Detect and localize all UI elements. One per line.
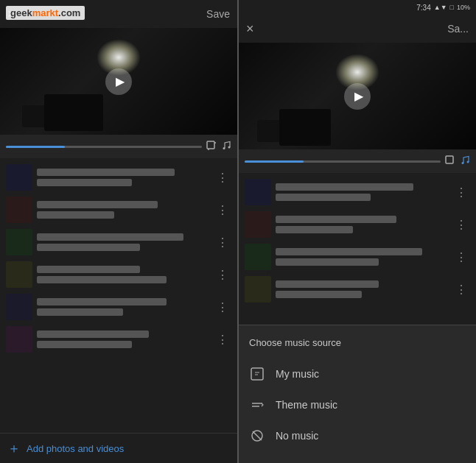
left-clip-thumb-6 [6,326,32,353]
left-clip-bar-bottom-1 [37,179,132,186]
left-clip-bar-top-2 [37,201,158,208]
left-clip-menu-1[interactable]: ⋮ [214,168,231,188]
right-save-button[interactable]: Sa... [447,23,469,35]
right-timeline-progress [245,160,304,163]
right-clip-bar-top-3 [276,248,422,255]
left-clip-bar-top-1 [37,169,175,176]
watermark: geekmarkt.com [6,6,85,20]
left-video-shape2 [44,94,103,131]
left-clip-row-6: ⋮ [0,323,237,356]
left-clip-thumb-5 [6,294,32,320]
right-clip-bars-1 [276,183,448,201]
left-clip-row-1: ⋮ [0,161,237,194]
left-crop-icon[interactable] [206,141,217,153]
theme-music-option[interactable]: Theme music [249,389,466,420]
right-top-bar: × Sa... [239,15,476,43]
right-clip-bar-top-1 [276,183,413,191]
status-time: 7:34 [416,4,430,12]
svg-rect-3 [446,156,453,163]
left-clip-bars-5 [37,298,209,316]
left-add-icon: ＋ [7,439,21,457]
no-music-label: No music [276,430,318,442]
left-clip-row-5: ⋮ [0,291,237,323]
left-clip-bar-top-4 [37,266,140,273]
left-clip-bar-top-6 [37,331,149,338]
right-clip-thumb-1 [245,179,271,205]
left-panel: × Save ▶ ⋮ [0,0,237,463]
right-clip-bar-bottom-2 [276,226,353,233]
status-signal: ▲▼ [434,4,447,11]
right-clip-menu-2[interactable]: ⋮ [452,215,470,235]
right-clip-bars-2 [276,216,448,233]
left-play-button[interactable]: ▶ [105,68,132,95]
right-clip-row-2: ⋮ [239,208,476,241]
right-clips-list: ⋮ ⋮ ⋮ ⋮ [239,173,476,305]
left-clip-menu-5[interactable]: ⋮ [214,297,231,317]
left-save-button[interactable]: Save [206,8,230,20]
watermark-markt: markt [32,7,58,18]
right-clip-menu-4[interactable]: ⋮ [452,280,470,300]
left-clip-bars-4 [37,266,209,283]
left-clip-thumb-3 [6,229,32,255]
left-clip-bar-bottom-2 [37,211,114,219]
left-clip-row-3: ⋮ [0,226,237,258]
right-play-button[interactable]: ▶ [344,83,371,110]
left-timeline-scrubber[interactable] [6,146,202,148]
right-clip-menu-3[interactable]: ⋮ [452,247,470,267]
left-clips-list: ⋮ ⋮ ⋮ ⋮ [0,158,237,433]
left-clip-bars-3 [37,233,209,251]
left-clip-thumb-2 [6,197,32,223]
left-add-photos-row[interactable]: ＋ Add photos and videos [0,433,237,463]
right-top-bar-left: × [246,21,254,37]
svg-rect-6 [251,368,263,380]
right-clip-bar-bottom-3 [276,258,379,266]
left-clip-menu-6[interactable]: ⋮ [214,330,231,350]
right-clip-thumb-2 [245,211,271,238]
right-clip-bar-top-2 [276,216,396,223]
left-add-label: Add photos and videos [27,443,124,454]
left-clip-bar-top-3 [37,233,183,241]
right-clip-bar-top-4 [276,280,379,288]
my-music-icon [249,366,265,382]
left-clip-menu-4[interactable]: ⋮ [214,265,231,285]
right-video-preview: ▶ [239,43,476,149]
left-play-icon: ▶ [116,74,125,88]
my-music-option[interactable]: My music [249,358,466,389]
status-battery: □ [450,4,454,11]
status-battery-pct: 10% [457,4,470,11]
left-clip-bars-1 [37,169,209,186]
status-bar: 7:34 ▲▼ □ 10% [239,0,476,15]
right-play-icon: ▶ [354,89,363,103]
svg-point-4 [462,162,464,164]
right-clip-bar-bottom-4 [276,291,362,298]
right-clip-row-3: ⋮ [239,241,476,273]
left-clip-menu-3[interactable]: ⋮ [214,233,231,252]
right-timeline-scrubber[interactable] [245,160,441,163]
right-clip-thumb-4 [245,276,271,303]
right-clip-bars-4 [276,280,448,298]
left-timeline-progress [6,146,65,148]
theme-music-icon [249,397,265,413]
no-music-option[interactable]: No music [249,420,466,451]
no-music-icon [249,428,265,444]
left-clip-bar-top-5 [37,298,167,305]
right-clip-row-1: ⋮ [239,176,476,208]
left-clip-bar-bottom-4 [37,276,167,283]
left-clip-bar-bottom-5 [37,308,123,316]
left-clip-bar-bottom-3 [37,244,140,251]
left-music-icon[interactable] [221,141,231,153]
left-clip-bars-2 [37,201,209,219]
right-panel: 7:34 ▲▼ □ 10% × Sa... ▶ [239,0,476,463]
left-clip-thumb-1 [6,164,32,191]
theme-music-label: Theme music [276,399,337,411]
svg-rect-0 [207,141,214,149]
right-crop-icon[interactable] [445,155,455,168]
right-clip-thumb-3 [245,244,271,270]
right-music-icon[interactable] [460,155,470,168]
left-clip-thumb-4 [6,261,32,288]
svg-line-8 [253,431,262,440]
left-clip-menu-2[interactable]: ⋮ [214,200,231,220]
left-timeline-bar [0,135,237,158]
right-close-button[interactable]: × [246,21,254,37]
right-clip-menu-1[interactable]: ⋮ [452,183,470,202]
